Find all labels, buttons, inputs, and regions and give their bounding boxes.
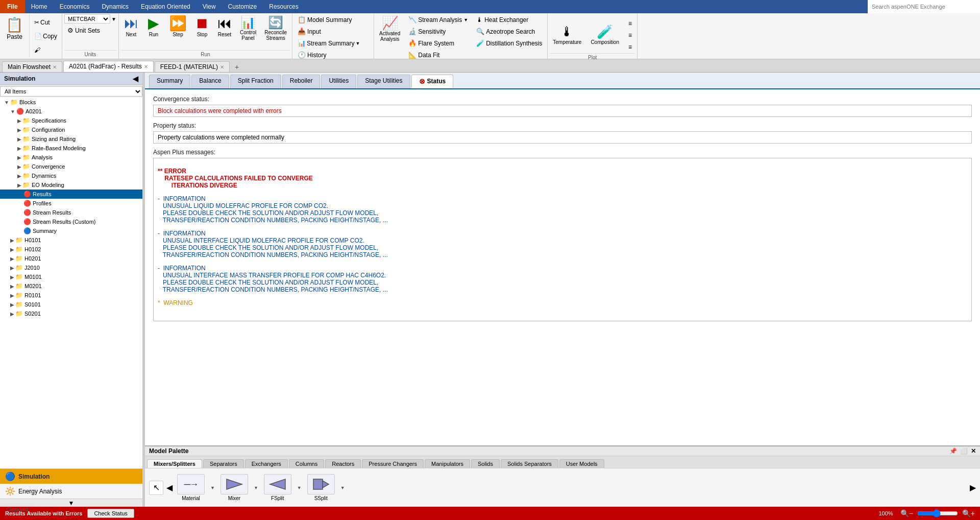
tree-j2010[interactable]: ▶ 📁 J2010 [0,263,142,272]
tab-status[interactable]: ⊗ Status [411,75,454,88]
palette-tab-solids-sep[interactable]: Solids Separators [501,459,558,468]
history-button[interactable]: 🕐 History [295,50,329,60]
palette-tab-mixers[interactable]: Mixers/Splitters [147,459,202,468]
sidebar-collapse-icon[interactable]: ◀ [133,75,138,83]
flare-system-button[interactable]: 🔥 Flare System [405,38,471,49]
tree-stream-results[interactable]: 🔴 Stream Results [0,208,142,217]
mixer-arrow[interactable]: ▼ [253,485,259,490]
reconcile-streams-button[interactable]: 🔄 Reconcile Streams [261,14,290,43]
messages-box[interactable]: ** ERROR RATESEP CALCULATIONS FAILED TO … [153,158,972,321]
input-button[interactable]: 📥 Input [295,26,324,37]
tree-h0101[interactable]: ▶ 📁 H0101 [0,235,142,245]
palette-tab-columns[interactable]: Columns [289,459,324,468]
heat-exchanger-button[interactable]: 🌡 Heat Exchanger [473,14,545,25]
search-input[interactable] [868,0,980,13]
close-tab-a0201[interactable]: ✕ [144,64,148,69]
azeotrope-search-button[interactable]: 🔍 Azeotrope Search [473,26,545,37]
palette-prev-arrow[interactable]: ◀ [166,483,173,492]
next-button[interactable]: ⏭ Next [121,14,141,39]
tab-balance[interactable]: Balance [191,75,229,88]
tree-eo-modeling[interactable]: ▶ 📁 EO Modeling [0,180,142,190]
palette-tab-reactors[interactable]: Reactors [325,459,361,468]
fsplit-arrow[interactable]: ▼ [296,485,303,490]
nav-energy-analysis[interactable]: 🔆 Energy Analysis [0,484,142,499]
tree-m0201[interactable]: ▶ 📁 M0201 [0,281,142,291]
palette-item-fsplit[interactable]: FSplit [262,474,293,501]
tab-summary[interactable]: Summary [149,75,190,88]
tree-h0201[interactable]: ▶ 📁 H0201 [0,254,142,263]
stream-analysis-button[interactable]: 📉 Stream Analysis ▼ [405,14,471,25]
paste-button[interactable]: 📋 Paste [2,14,27,42]
menu-equation-oriented[interactable]: Equation Oriented [135,0,197,13]
model-summary-button[interactable]: 📋 Model Summary [295,14,355,25]
unit-sets-button[interactable]: ⚙ Unit Sets [64,25,103,36]
ssplit-arrow[interactable]: ▼ [339,485,346,490]
menu-resources[interactable]: Resources [263,0,304,13]
composition-button[interactable]: 🧪 Composition [587,23,622,47]
menu-view[interactable]: View [197,0,222,13]
menu-customize[interactable]: Customize [222,0,263,13]
palette-item-mixer[interactable]: Mixer [219,474,250,501]
tree-a0201[interactable]: ▼ 🔴 A0201 [0,107,142,116]
data-fit-button[interactable]: 📐 Data Fit [405,50,471,60]
tree-stream-results-custom[interactable]: 🔴 Stream Results (Custom) [0,217,142,226]
palette-tab-exchangers[interactable]: Exchangers [245,459,288,468]
sidebar-filter[interactable]: All Items [0,86,142,97]
palette-tab-pressure[interactable]: Pressure Changers [362,459,424,468]
run-button[interactable]: ▶ Run [143,14,164,39]
material-arrow[interactable]: ▼ [209,485,216,490]
tab-main-flowsheet[interactable]: Main Flowsheet ✕ [2,61,62,72]
palette-tab-manipulators[interactable]: Manipulators [425,459,470,468]
check-status-button[interactable]: Check Status [87,509,134,518]
palette-expand-icon[interactable]: ⬜ [960,447,968,455]
palette-item-ssplit[interactable]: SSplit [306,474,336,501]
palette-tab-user-models[interactable]: User Models [559,459,604,468]
close-tab-feed1[interactable]: ✕ [220,64,224,70]
tree-r0101[interactable]: ▶ 📁 R0101 [0,291,142,300]
tree-analysis[interactable]: ▶ 📁 Analysis [0,153,142,162]
zoom-out-button[interactable]: 🔍− [900,509,913,517]
plot-more-button3[interactable]: ≡ [625,42,635,52]
menu-file[interactable]: File [0,0,25,13]
distillation-synthesis-button[interactable]: 🧪 Distillation Synthesis [473,38,545,49]
tab-feed1-material[interactable]: FEED-1 (MATERIAL) ✕ [155,61,230,72]
palette-tab-solids[interactable]: Solids [471,459,500,468]
control-panel-button[interactable]: 📊 Control Panel [237,14,259,43]
zoom-slider[interactable] [917,509,958,517]
tab-reboiler[interactable]: Reboiler [282,75,321,88]
tree-convergence[interactable]: ▶ 📁 Convergence [0,162,142,171]
palette-pointer-button[interactable]: ↖ [149,481,163,495]
palette-tab-separators[interactable]: Separators [203,459,244,468]
tree-s0201[interactable]: ▶ 📁 S0201 [0,309,142,318]
close-tab-main[interactable]: ✕ [53,64,57,70]
palette-pin-icon[interactable]: 📌 [949,447,957,455]
palette-next-arrow[interactable]: ▶ [970,483,976,492]
tab-a0201-results[interactable]: A0201 (RadFrac) - Results ✕ [63,61,154,72]
menu-dynamics[interactable]: Dynamics [95,0,135,13]
palette-item-material[interactable]: ─→ Material [176,474,206,501]
tab-utilities[interactable]: Utilities [321,75,356,88]
palette-close-icon[interactable]: ✕ [971,447,976,455]
add-tab-button[interactable]: + [231,62,243,72]
tab-split-fraction[interactable]: Split Fraction [230,75,281,88]
plot-more-button1[interactable]: ≡ [625,18,635,29]
tree-results[interactable]: 🔴 Results [0,190,142,199]
activated-analysis-button[interactable]: 📈 Activated Analysis [376,14,403,44]
tree-specifications[interactable]: ▶ 📁 Specifications [0,116,142,125]
menu-economics[interactable]: Economics [54,0,96,13]
format-paint-button[interactable]: 🖌 [32,45,60,55]
temperature-button[interactable]: 🌡 Temperature [550,23,584,47]
cut-button[interactable]: ✂ Cut [32,18,60,27]
menu-home[interactable]: Home [25,0,54,13]
tree-profiles[interactable]: 🔴 Profiles [0,199,142,208]
step-button[interactable]: ⏩ Step [166,14,190,39]
tree-configuration[interactable]: ▶ 📁 Configuration [0,125,142,134]
stream-summary-button[interactable]: 📊 Stream Summary ▼ [295,38,363,49]
zoom-in-button[interactable]: 🔍+ [962,509,975,517]
tree-rate-based[interactable]: ▶ 📁 Rate-Based Modeling [0,144,142,153]
plot-more-button2[interactable]: ≡ [625,30,635,40]
nav-simulation[interactable]: 🔵 Simulation [0,469,142,484]
reset-button[interactable]: ⏮ Reset [214,14,235,39]
copy-button[interactable]: 📄 Copy [32,32,60,41]
tree-h0102[interactable]: ▶ 📁 H0102 [0,245,142,254]
